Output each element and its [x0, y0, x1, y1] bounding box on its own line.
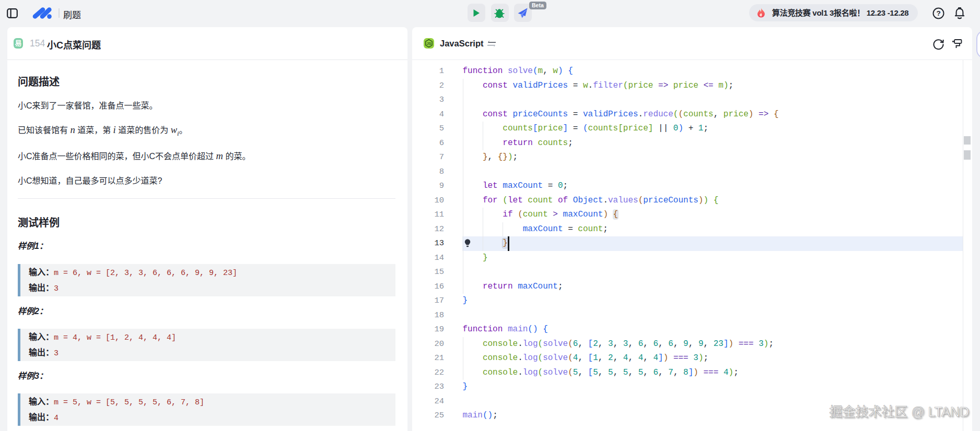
svg-text:?: ? [936, 9, 940, 17]
